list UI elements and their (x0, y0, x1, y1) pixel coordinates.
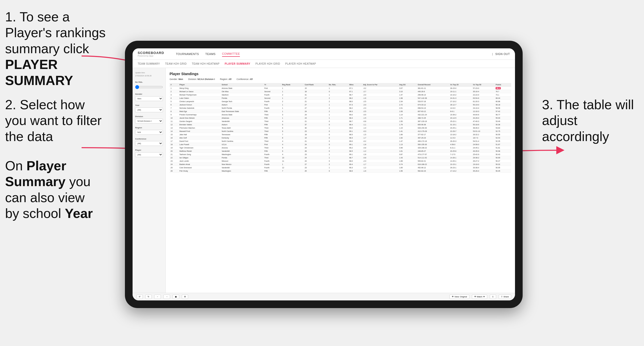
table-cell: 68.6 (348, 159, 362, 163)
table-cell: 14 (170, 130, 178, 133)
table-cell: 52.54 (495, 136, 511, 140)
table-cell: -1.2 (362, 166, 398, 169)
table-cell: 21 (170, 153, 178, 156)
table-cell: Jack Lundin (178, 159, 221, 163)
table-cell: 53.49 (495, 120, 511, 123)
table-cell: 57-23-0 (472, 87, 495, 90)
table-cell: Florida (221, 96, 263, 100)
undo-button[interactable]: ↺ (136, 295, 143, 299)
table-cell: 67.3 (348, 103, 362, 106)
redo-button[interactable]: ↻ (145, 295, 152, 299)
table-row: 18Luke PowellUCLAFirst424069.1-1.81.1350… (170, 143, 511, 146)
view-button[interactable]: 👁 View: Original (449, 295, 469, 299)
table-cell: 17-14-2 (449, 169, 472, 173)
table-cell: 51.81 (495, 146, 511, 149)
table-cell: -2.3 (362, 106, 398, 110)
table-cell: Cole Sherwood (178, 166, 221, 169)
table-cell: 258-96-13 (417, 93, 449, 96)
table-cell: 50-18-6 (472, 123, 495, 126)
division-select[interactable]: NCAA Division I (135, 119, 163, 123)
table-cell: -2.5 (362, 110, 398, 113)
watch-button[interactable]: 👁 Watch ▼ (472, 295, 487, 299)
table-cell: 616-168-22 (417, 163, 449, 166)
table-row: 2Michael Le SassoOle MissSecond118067.1-… (170, 90, 511, 93)
table-cell: 68.5 (348, 133, 362, 136)
conference-label: Conference (135, 138, 163, 140)
table-cell: 24 (304, 159, 328, 163)
table-cell: 2 (328, 106, 348, 110)
nav-right: | Sign out (492, 51, 510, 57)
share-button[interactable]: ⇧ Share (499, 295, 511, 299)
table-cell: 509-82-21 (417, 159, 449, 163)
table-cell: 24 (304, 143, 328, 146)
settings-button[interactable]: ⚙ (182, 295, 188, 299)
nav-teams[interactable]: TEAMS (205, 51, 215, 57)
region-select[interactable]: N/A (135, 130, 163, 135)
table-row: 8Mats EgeEast Tennessee StateFifth124268… (170, 110, 511, 113)
table-cell: 52.35 (495, 140, 511, 143)
table-cell: 16 (170, 136, 178, 140)
back-button[interactable]: ← (154, 295, 161, 299)
table-cell: 19-11-1 (449, 90, 472, 93)
subnav-team-h2h-heatmap[interactable]: TEAM H2H HEATMAP (192, 61, 220, 66)
table-cell: 68.4 (348, 116, 362, 120)
table-cell: Fifth (263, 110, 281, 113)
table-cell: 1 (328, 103, 348, 106)
table-cell: 12-16-3 (472, 110, 495, 113)
col-conf-rank: Conf Rank (304, 83, 328, 87)
no-rds-slider[interactable] (135, 85, 163, 89)
table-cell: 13 (170, 126, 178, 130)
table-cell: Fourth (263, 153, 281, 156)
table-cell: 28-12-7 (449, 103, 472, 106)
tablet-screen: SCOREBOARD Powered by dippi TOURNAMENTS … (133, 48, 515, 300)
subnav-player-summary[interactable]: PLAYER SUMMARY (225, 61, 250, 66)
col-yr: Yr (263, 83, 281, 87)
table-row: 1Wenyi DingArizona StateFirst115167.1-3.… (170, 87, 511, 90)
table-cell: 628-150-30 (417, 126, 449, 130)
subnav-player-h2h-grid[interactable]: PLAYER H2H GRID (255, 61, 280, 66)
subnav-player-h2h-heatmap[interactable]: PLAYER H2H HEATMAP (285, 61, 316, 66)
table-cell: 2 (328, 146, 348, 149)
forward-button[interactable]: → (163, 295, 170, 299)
table-cell: Washington (221, 153, 263, 156)
table-cell: 31 (304, 93, 328, 96)
table-cell: 0 (328, 159, 348, 163)
table-cell: -1.7 (362, 163, 398, 166)
table-cell: 412-179-28 (417, 130, 449, 133)
table-cell: 15 (170, 133, 178, 136)
table-cell: 68.3 (348, 136, 362, 140)
table-cell: 8 (170, 110, 178, 113)
player-select[interactable]: (All) (135, 152, 163, 157)
nav-tournaments[interactable]: TOURNAMENTS (176, 51, 199, 57)
download-button[interactable]: ⇓ (490, 295, 496, 299)
table-cell: 1 (328, 153, 348, 156)
col-wins: Wins (348, 83, 362, 87)
table-cell: 68.7 (348, 93, 362, 96)
subnav-team-h2h-grid[interactable]: TEAM H2H GRID (165, 61, 187, 66)
table-cell: 1 (328, 126, 348, 130)
sign-out-button[interactable]: Sign out (495, 51, 510, 57)
table-cell: 37 (304, 123, 328, 126)
table-cell: 17 (170, 140, 178, 143)
table-cell: 54-51-4 (472, 140, 495, 143)
nav-committee[interactable]: COMMITTEE (222, 51, 240, 57)
gender-select[interactable]: Men (135, 96, 163, 101)
year-select[interactable]: (All) First Second Third Fourth Fifth (135, 107, 163, 112)
copy-button[interactable]: ▣ (173, 295, 179, 299)
table-cell: Vanderbilt (221, 120, 263, 123)
conference-select[interactable]: (All) (135, 141, 163, 146)
table-cell: Petr Hruby (178, 169, 221, 173)
table-cell: 1.47 (398, 93, 417, 96)
table-cell: 1.15 (398, 126, 417, 130)
table-cell: 674-33-12 (417, 103, 449, 106)
table-cell: 1 (328, 87, 348, 90)
table-cell: 1 (281, 96, 304, 100)
table-cell: Third (263, 113, 281, 116)
table-cell: North Florida (221, 106, 263, 110)
subnav-team-summary[interactable]: TEAM SUMMARY (138, 61, 160, 66)
table-cell: 8-21-1 (449, 146, 472, 149)
table-cell: Second (263, 90, 281, 93)
table-cell: 50.69 (495, 156, 511, 159)
table-cell: 514-111-52 (417, 156, 449, 159)
table-cell: Fourth (263, 106, 281, 110)
